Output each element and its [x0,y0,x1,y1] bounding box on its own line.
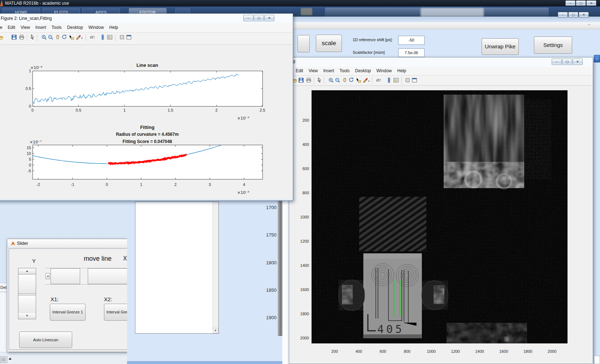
tick-label: 400 [356,349,362,354]
tick-label: 1900 [266,315,277,320]
window-title: Slider [17,241,28,246]
toolstrip-strip [293,17,600,22]
slider-left-arrow[interactable]: ◄ [45,273,50,279]
plot2-xexp: ×10⁻³ [237,190,249,195]
x1-label: X1: [51,296,59,302]
tick-label: 200 [331,349,338,354]
matlab-logo-icon [0,0,3,6]
unwrap-pike-button[interactable]: Unwrap Pike [482,38,519,55]
partial-button[interactable] [297,35,310,52]
corner-window-fragment [594,356,600,364]
maximize-button[interactable]: ▢ [576,0,586,6]
scalefactor-input[interactable]: 7.5e-06 [398,48,425,57]
vertical-scrollbar[interactable] [278,200,282,336]
tick-label: 2 [174,182,177,187]
close-button[interactable]: ✕ [579,12,589,18]
det-label: Det [0,285,6,290]
listbox-scrollbar[interactable] [213,202,218,333]
tick-label: -2 [36,182,40,187]
scrollbar-fragment[interactable] [0,356,7,363]
axis-tick-labels: 17001750180018501900 [258,198,277,357]
figure2-window: Figure 2: Line_scan,Fitting – ▢ ✕ FileEd… [0,13,293,201]
taskbar-sliver [127,361,282,364]
gui-toolbar-strip [291,22,600,29]
background-window-highlight [421,8,484,17]
auto-linescan-button[interactable]: Auto Linescan [19,332,72,348]
scalefactor-label: Scalefactor [müm] [353,50,385,55]
gui-panel-right-sliver [593,29,600,364]
ref-shift-label: 1D reference shift [px]: [353,38,393,42]
tick-label: 1200 [451,349,460,354]
background-icon-blur [301,8,312,15]
up-arrow-icon[interactable] [9,358,12,360]
move-line-label: move line [84,255,112,263]
slider-window: Slider Y move line X ▲ ▼ ◄ X1: X2: Inter… [7,239,142,352]
tick-label: 1750 [266,232,277,238]
x-label: X [123,255,127,262]
figure-window-right: d – ▢ ✕ EditViewInsertToolsDesktopWindow… [289,57,593,364]
close-button[interactable]: ✕ [586,0,596,6]
matlab-title: MATLAB R2016b - academic use [5,1,69,6]
collapse-chevron-icon[interactable]: ⌃ [586,23,592,28]
tick-label: 4 [243,182,245,187]
image-xticks: 200400600800100012001400160018002000 [289,57,593,364]
tick-label: 1600 [499,349,508,354]
tick-label: 1 [140,182,142,187]
bottom-band [0,352,127,364]
background-window-buttons: – ▢ ✕ [558,12,589,18]
minimize-button[interactable]: – [565,0,575,6]
plot2-xticks: -2-101234 [0,13,293,201]
tick-label: 3 [209,182,211,187]
y-slider[interactable]: ▲ ▼ [18,268,36,319]
tick-label: 1000 [427,349,435,354]
ref-shift-input[interactable]: -50 [398,36,425,45]
tick-label: 1700 [266,205,277,210]
matlab-icon [10,241,16,246]
matlab-titlebar: MATLAB R2016b - academic use – ▢ ✕ [0,0,600,6]
det-panel-fragment: Det [0,283,7,352]
maximize-button[interactable]: ▢ [568,12,578,18]
tick-label: 600 [380,349,386,354]
guide-figure-window: ▼ 17001750180018501900 [127,198,289,364]
minimize-button[interactable]: – [558,12,568,18]
slider-thumb[interactable] [51,268,80,284]
slider-titlebar: Slider [7,239,141,248]
tick-label: 1800 [266,260,277,265]
scroll-down-button[interactable]: ▼ [213,328,218,333]
tick-label: -1 [71,182,74,187]
tick-label: 1400 [475,349,484,354]
listbox[interactable]: ▼ [135,202,219,334]
x2-label: X2: [104,296,112,302]
tick-label: 1850 [266,287,277,292]
magnifier-icon[interactable]: ⌕ [594,55,600,62]
settings-button[interactable]: Settings [534,36,572,54]
tick-label: 1800 [523,349,532,354]
tick-label: 0 [106,182,108,187]
interval-grenze-1-button[interactable]: Interval Grenze 1 [50,304,86,321]
window-edge [282,198,289,364]
y-label: Y [32,258,36,264]
scale-button[interactable]: scale [316,35,342,52]
tick-label: 800 [404,349,410,354]
tick-label: 2000 [548,349,556,354]
